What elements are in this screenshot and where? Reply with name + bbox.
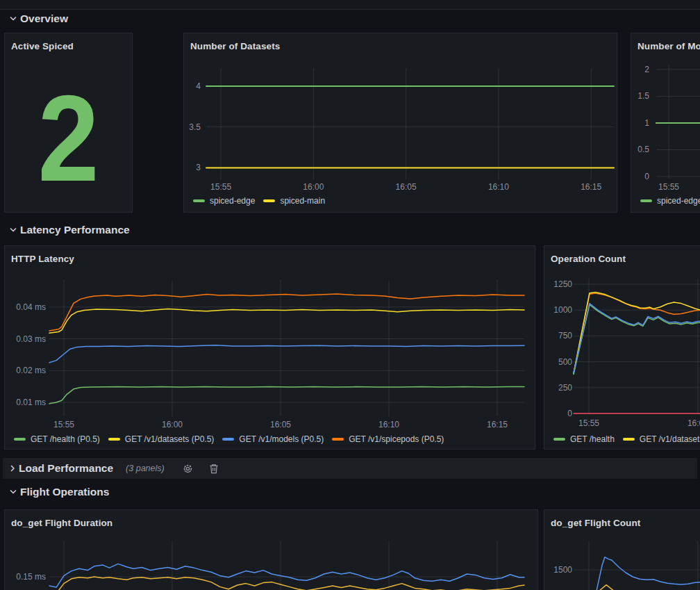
legend-series-name: GET /health (P0.5) (31, 434, 100, 444)
row-delete-button[interactable] (207, 461, 221, 475)
svg-text:750: 750 (558, 331, 572, 341)
legend-item[interactable]: GET /v1/models (P0.5) (222, 434, 324, 444)
svg-text:15:55: 15:55 (53, 420, 74, 429)
chart-canvas[interactable]: 15:5516:0021.510.50 (631, 33, 700, 213)
legend-series-name: GET /v1/spicepods (P0.5) (349, 434, 444, 444)
legend-item[interactable]: spiced-main (263, 196, 325, 206)
svg-text:0: 0 (567, 409, 572, 418)
svg-text:16:00: 16:00 (303, 182, 324, 192)
panel-http-latency: HTTP Latency 15:5516:0016:0516:1016:150.… (4, 245, 535, 450)
section-title: Load Performance (19, 462, 113, 475)
legend-series-color (640, 199, 652, 202)
svg-text:16:05: 16:05 (396, 182, 417, 192)
legend-series-name: GET /health (570, 434, 615, 444)
chart-legend: GET /health (P0.5)GET /v1/datasets (P0.5… (14, 434, 532, 445)
chart-canvas[interactable]: 15:5516:0016:0516:1016:1543.53 (184, 33, 618, 213)
top-bar (0, 0, 700, 10)
legend-series-name: GET /v1/datasets (640, 434, 700, 444)
section-title: Flight Operations (20, 486, 109, 498)
svg-text:0: 0 (644, 172, 649, 181)
panel-operation-count: Operation Count 15:5516:0012501000750500… (544, 245, 700, 450)
legend-series-name: spiced-edge (657, 196, 700, 206)
svg-text:15:55: 15:55 (210, 182, 231, 192)
legend-item[interactable]: spiced-edge (193, 196, 255, 206)
svg-text:1500: 1500 (553, 565, 572, 575)
section-row-load-performance[interactable]: Load Performance (3 panels) (3, 458, 697, 479)
svg-text:250: 250 (558, 383, 572, 393)
chevron-right-icon (8, 464, 17, 473)
svg-text:3.5: 3.5 (189, 122, 201, 132)
svg-text:0.04 ms: 0.04 ms (16, 302, 46, 312)
svg-text:16:00: 16:00 (162, 420, 183, 429)
svg-text:1000: 1000 (553, 305, 572, 315)
legend-series-name: spiced-main (280, 196, 325, 206)
svg-text:4: 4 (196, 81, 201, 91)
chevron-down-icon (9, 14, 17, 24)
panel-do-get-flight-duration: do_get Flight Duration 0.15 ms (4, 509, 538, 590)
legend-series-color (623, 438, 635, 441)
svg-text:16:10: 16:10 (488, 182, 509, 192)
legend-series-color (263, 199, 275, 202)
panel-do-get-flight-count: do_get Flight Count 1500 (544, 509, 700, 590)
legend-series-color (222, 438, 234, 441)
svg-text:16:05: 16:05 (270, 420, 291, 429)
legend-item[interactable]: GET /v1/datasets (623, 434, 700, 444)
svg-text:16:00: 16:00 (688, 418, 700, 428)
legend-item[interactable]: spiced-edge (640, 196, 700, 206)
section-title: Latency Performance (20, 224, 130, 236)
legend-series-color (14, 438, 26, 441)
row-settings-button[interactable] (181, 461, 195, 475)
svg-text:0.03 ms: 0.03 ms (16, 334, 46, 344)
svg-text:16:10: 16:10 (378, 420, 399, 429)
svg-text:16:15: 16:15 (581, 182, 601, 192)
legend-series-name: GET /v1/datasets (P0.5) (125, 434, 215, 444)
svg-text:16:15: 16:15 (487, 420, 508, 429)
chart-canvas[interactable]: 15:5516:0016:0516:1016:150.04 ms0.03 ms0… (5, 246, 536, 450)
section-header-latency-performance[interactable]: Latency Performance (9, 223, 130, 237)
svg-text:1: 1 (644, 118, 649, 128)
svg-text:2: 2 (644, 65, 649, 74)
legend-series-color (108, 438, 120, 441)
svg-text:0.01 ms: 0.01 ms (16, 398, 46, 407)
legend-series-color (193, 199, 205, 202)
svg-text:15:55: 15:55 (578, 418, 599, 428)
panel-title[interactable]: Active Spiced (11, 41, 74, 51)
legend-item[interactable]: GET /v1/spicepods (P0.5) (332, 434, 444, 444)
legend-item[interactable]: GET /health (P0.5) (14, 434, 100, 444)
chart-legend: GET /healthGET /v1/datasetsGET /v1/model… (553, 434, 700, 445)
stat-value: 2 (11, 65, 126, 212)
dashboard: Overview Active Spiced 2 Number of Datas… (0, 0, 700, 590)
svg-text:3: 3 (196, 163, 201, 172)
svg-text:0.5: 0.5 (638, 145, 649, 154)
section-header-flight-operations[interactable]: Flight Operations (9, 485, 109, 499)
chart-legend: spiced-edgespiced-main (193, 195, 614, 206)
section-title: Overview (20, 13, 68, 25)
panel-number-of-models: Number of Models 15:5516:0021.510.50 spi… (631, 33, 700, 213)
svg-text:1250: 1250 (553, 279, 572, 289)
panel-number-of-datasets: Number of Datasets 15:5516:0016:0516:101… (183, 33, 617, 213)
chevron-down-icon (9, 487, 17, 497)
legend-item[interactable]: GET /health (553, 434, 615, 444)
chart-canvas[interactable]: 15:5516:00125010007505002500 (544, 246, 700, 450)
chevron-down-icon (9, 225, 17, 235)
legend-series-name: GET /v1/models (P0.5) (239, 434, 324, 444)
svg-text:15:55: 15:55 (658, 182, 679, 192)
legend-series-color (553, 438, 565, 441)
section-header-overview[interactable]: Overview (9, 12, 68, 26)
legend-series-color (332, 438, 344, 441)
legend-item[interactable]: GET /v1/datasets (P0.5) (108, 434, 215, 444)
chart-canvas[interactable]: 1500 (544, 510, 700, 590)
svg-text:500: 500 (558, 357, 572, 367)
chart-legend: spiced-edgespiced-main (640, 195, 700, 206)
svg-text:1.5: 1.5 (638, 91, 649, 101)
legend-series-name: spiced-edge (210, 196, 255, 206)
svg-text:0.02 ms: 0.02 ms (16, 366, 46, 375)
panel-count-label: (3 panels) (126, 464, 165, 473)
svg-text:0.15 ms: 0.15 ms (16, 572, 46, 582)
panel-active-spiced: Active Spiced 2 (4, 33, 133, 213)
chart-canvas[interactable]: 0.15 ms (5, 510, 539, 590)
